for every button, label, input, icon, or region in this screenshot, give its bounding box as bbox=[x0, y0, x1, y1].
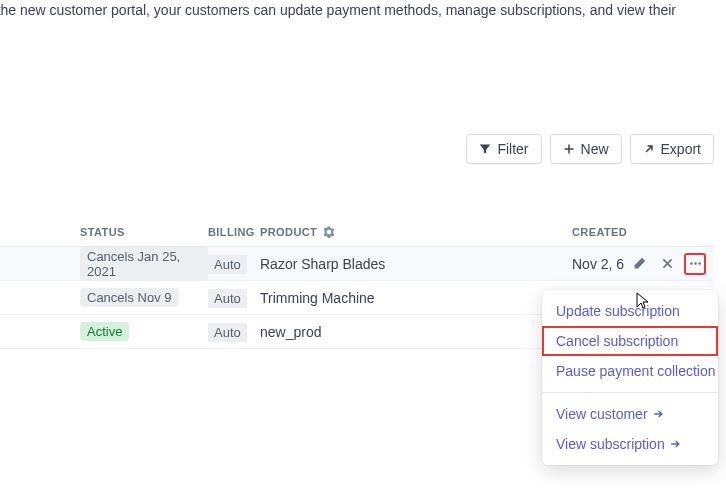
header-created: CREATED bbox=[572, 226, 714, 238]
row-more-button[interactable] bbox=[684, 253, 706, 275]
toolbar: Filter New Export bbox=[466, 134, 714, 164]
filter-button-label: Filter bbox=[497, 141, 528, 157]
edit-row-button[interactable] bbox=[628, 253, 650, 275]
header-product-label: PRODUCT bbox=[260, 226, 317, 238]
product-name: Razor Sharp Blades bbox=[260, 256, 385, 272]
menu-update-subscription[interactable]: Update subscription bbox=[542, 296, 718, 326]
menu-view-customer[interactable]: View customer bbox=[542, 399, 718, 429]
menu-view-subscription-label: View subscription bbox=[556, 436, 665, 452]
status-badge: Cancels Jan 25, 2021 bbox=[80, 247, 208, 281]
menu-view-customer-label: View customer bbox=[556, 406, 648, 422]
svg-point-1 bbox=[694, 262, 696, 264]
product-name: new_prod bbox=[260, 324, 322, 340]
status-badge: Active bbox=[80, 322, 129, 341]
created-date: Nov 2, 6 bbox=[572, 256, 624, 272]
plus-icon bbox=[563, 143, 575, 155]
product-name: Trimming Machine bbox=[260, 290, 375, 306]
menu-view-subscription[interactable]: View subscription bbox=[542, 429, 718, 459]
new-button[interactable]: New bbox=[550, 134, 622, 164]
banner-text: s. With the new customer portal, your cu… bbox=[0, 0, 706, 21]
gear-icon bbox=[323, 226, 335, 238]
export-icon bbox=[643, 143, 655, 155]
export-button-label: Export bbox=[661, 141, 701, 157]
export-button[interactable]: Export bbox=[630, 134, 714, 164]
svg-point-0 bbox=[690, 262, 692, 264]
billing-badge: Auto bbox=[208, 255, 247, 274]
table-row[interactable]: Cancels Jan 25, 2021 Auto Razor Sharp Bl… bbox=[0, 247, 714, 281]
menu-pause-payment[interactable]: Pause payment collection bbox=[542, 356, 718, 386]
svg-point-2 bbox=[698, 262, 700, 264]
status-badge: Cancels Nov 9 bbox=[80, 288, 179, 307]
cancel-row-button[interactable] bbox=[656, 253, 678, 275]
new-button-label: New bbox=[581, 141, 609, 157]
filter-button[interactable]: Filter bbox=[466, 134, 541, 164]
close-icon bbox=[661, 257, 674, 270]
arrow-right-icon bbox=[652, 408, 664, 420]
header-billing: BILLING bbox=[208, 226, 260, 238]
menu-cancel-subscription[interactable]: Cancel subscription bbox=[542, 326, 718, 356]
table-header: STATUS BILLING PRODUCT CREATED bbox=[0, 218, 714, 247]
more-horizontal-icon bbox=[689, 257, 702, 270]
header-status: STATUS bbox=[0, 226, 208, 238]
menu-separator bbox=[542, 392, 718, 393]
billing-badge: Auto bbox=[208, 323, 247, 342]
billing-badge: Auto bbox=[208, 289, 247, 308]
arrow-right-icon bbox=[669, 438, 681, 450]
filter-icon bbox=[479, 143, 491, 155]
row-action-menu: Update subscription Cancel subscription … bbox=[542, 290, 718, 465]
header-product[interactable]: PRODUCT bbox=[260, 226, 572, 238]
pencil-icon bbox=[633, 257, 646, 270]
